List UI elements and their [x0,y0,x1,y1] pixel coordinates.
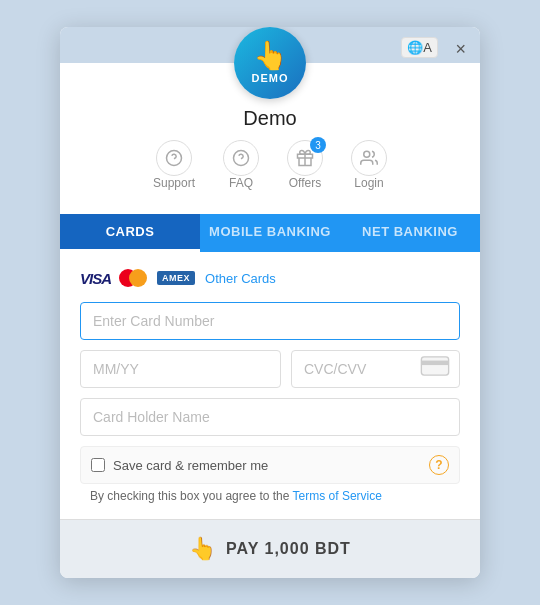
tab-net-banking[interactable]: NET BANKING [340,214,480,252]
faq-icon-wrap [223,140,259,176]
other-cards-link[interactable]: Other Cards [205,271,276,286]
nav-support-label: Support [153,176,195,190]
terms-text: By checking this box you agree to the Te… [80,489,460,503]
save-card-checkbox[interactable] [91,458,105,472]
help-icon[interactable]: ? [429,455,449,475]
expiry-cvc-row [80,350,460,388]
close-button[interactable]: × [455,39,466,60]
cardholder-name-input[interactable] [80,398,460,436]
expiry-input[interactable] [80,350,281,388]
nav-login-label: Login [354,176,383,190]
offers-icon-wrap: 3 [287,140,323,176]
amex-logo: AMEX [157,271,195,285]
pay-hand-icon: 👆 [189,536,216,562]
tab-bar: CARDS MOBILE BANKING NET BANKING [60,214,480,252]
mc-circle-orange [129,269,147,287]
terms-of-service-link[interactable]: Terms of Service [293,489,382,503]
logo-circle: 👆 DEMO [234,27,306,99]
visa-logo: VISA [80,270,111,287]
offers-badge: 3 [310,137,326,153]
nav-support[interactable]: Support [153,140,195,190]
nav-offers-label: Offers [289,176,321,190]
tab-cards[interactable]: CARDS [60,214,200,252]
card-type-row: VISA AMEX Other Cards [80,268,460,288]
logo-label: DEMO [252,72,289,84]
nav-faq-label: FAQ [229,176,253,190]
terms-prefix: By checking this box you agree to the [90,489,293,503]
save-card-left: Save card & remember me [91,458,268,473]
tab-mobile-banking[interactable]: MOBILE BANKING [200,214,340,252]
logo-icon: 👆 [253,42,288,70]
nav-icons: Support FAQ 3 Offers Login [153,140,387,190]
login-icon-wrap [351,140,387,176]
modal-header: 👆 DEMO Demo Support FAQ 3 [60,63,480,202]
pay-bar[interactable]: 👆 PAY 1,000 BDT [60,519,480,578]
app-title: Demo [243,107,296,130]
svg-rect-6 [421,361,448,366]
save-card-label: Save card & remember me [113,458,268,473]
nav-offers[interactable]: 3 Offers [287,140,323,190]
translate-button[interactable]: 🌐A [401,37,438,58]
save-card-row: Save card & remember me ? [80,446,460,484]
cvc-card-icon [420,356,450,382]
cvc-wrap [291,350,460,388]
pay-label: PAY 1,000 BDT [226,540,351,558]
support-icon-wrap [156,140,192,176]
cards-tab-content: VISA AMEX Other Cards [60,252,480,519]
mastercard-logo [119,268,149,288]
svg-rect-5 [421,357,448,375]
nav-faq[interactable]: FAQ [223,140,259,190]
nav-login[interactable]: Login [351,140,387,190]
card-number-input[interactable] [80,302,460,340]
svg-point-4 [364,151,370,157]
